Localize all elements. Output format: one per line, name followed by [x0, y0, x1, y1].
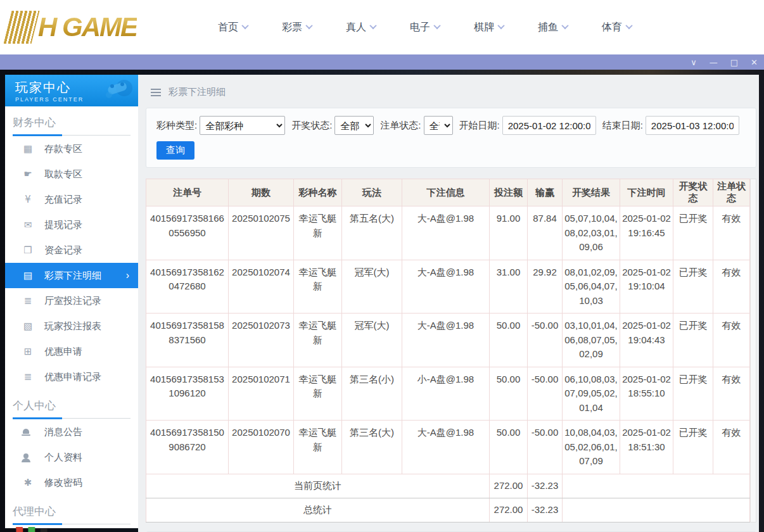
- nav-item-lottery[interactable]: 彩票: [282, 21, 312, 34]
- sidebar-item-promo-application[interactable]: ⊞优惠申请: [5, 339, 138, 364]
- cell-bet-amount: 50.00: [490, 314, 528, 367]
- cell-bet-info: 大-A盘@1.98: [402, 260, 490, 314]
- cell-period: 20250102073: [229, 314, 294, 367]
- sidebar-item-funds-records[interactable]: ❒资金记录: [5, 238, 138, 263]
- col-header-period: 期数: [229, 179, 294, 206]
- table-scrollbar[interactable]: [750, 179, 756, 522]
- sidebar-item-label: 优惠申请: [44, 346, 82, 358]
- col-header-bet-time: 下注时间: [620, 179, 673, 206]
- underline-rest: [62, 135, 131, 136]
- order-status-select[interactable]: 全部: [424, 116, 453, 135]
- main-nav: 首页彩票真人电子棋牌捕鱼体育: [218, 21, 632, 34]
- nav-item-board-games[interactable]: 棋牌: [474, 21, 504, 34]
- summary-empty: [563, 474, 750, 498]
- start-date-input[interactable]: [502, 116, 596, 135]
- taskbar-red-app-icon[interactable]: ■: [15, 525, 23, 532]
- promo-list-icon: ≣: [22, 371, 34, 383]
- cell-bet-amount: 91.00: [490, 206, 528, 260]
- cell-win-loss: -50.00: [528, 421, 563, 474]
- chevron-down-icon: [497, 22, 504, 28]
- col-header-win-loss: 输赢: [528, 179, 563, 206]
- cell-lottery-name: 幸运飞艇新: [294, 206, 342, 260]
- section-title-personal-center: 个人中心: [5, 390, 138, 413]
- minimize-icon[interactable]: —: [710, 58, 718, 66]
- cell-draw-result: 03,10,01,04,06,08,07,05,02,09: [563, 314, 620, 367]
- nav-item-sports[interactable]: 体育: [602, 21, 632, 34]
- hall-list-icon: ≣: [22, 295, 34, 307]
- collapse-chevron-icon[interactable]: ∨: [691, 58, 697, 66]
- cell-draw-result: 05,07,10,04,08,02,03,01,09,06: [563, 206, 620, 260]
- logo[interactable]: H GAME: [8, 11, 191, 44]
- sidebar-item-profile[interactable]: 个人资料: [5, 445, 138, 470]
- sidebar-item-withdraw-zone[interactable]: ☛取款专区: [5, 162, 138, 187]
- table-row: 40156917358150908672020250102070幸运飞艇新第三名…: [146, 421, 750, 474]
- taskbar-dark-app-icon[interactable]: ▬: [39, 525, 48, 532]
- sidebar-item-label: 厅室投注记录: [44, 295, 101, 307]
- summary-label: 总统计: [146, 498, 490, 522]
- end-date-input[interactable]: [646, 116, 739, 135]
- sidebar-item-player-bet-report[interactable]: ▧玩家投注报表: [5, 314, 138, 339]
- top-nav: H GAME 首页彩票真人电子棋牌捕鱼体育: [0, 0, 764, 54]
- current-page-summary-row: 当前页统计272.00-32.23: [146, 474, 750, 498]
- nav-item-live[interactable]: 真人: [346, 21, 376, 34]
- cell-bet-amount: 50.00: [490, 367, 528, 421]
- notice-bell-icon: [22, 428, 34, 436]
- cell-lottery-name: 幸运飞艇新: [294, 421, 342, 474]
- col-header-order-id: 注单号: [146, 179, 229, 206]
- sidebar-sections: 财务中心▦存款专区☛取款专区¥充值记录✉提现记录❒资金记录▤彩票下注明细›≣厅室…: [5, 106, 138, 525]
- sidebar-item-change-password[interactable]: ✱修改密码: [5, 470, 138, 495]
- draw-status-label: 开奖状态:: [291, 120, 332, 132]
- active-arrow-icon: ›: [126, 270, 129, 281]
- app-body: 玩家中心 PLAYERS CENTER 财务中心▦存款专区☛取款专区¥充值记录✉…: [0, 70, 764, 532]
- menu-hamburger-icon[interactable]: [151, 89, 161, 96]
- sidebar-item-deposit-zone[interactable]: ▦存款专区: [5, 136, 138, 162]
- sidebar-item-withdrawal-records[interactable]: ✉提现记录: [5, 212, 138, 238]
- search-button[interactable]: 查询: [156, 141, 194, 160]
- withdraw-hand-icon: ☛: [22, 168, 34, 180]
- sidebar-item-lottery-bet-details[interactable]: ▤彩票下注明细›: [5, 263, 138, 288]
- summary-label: 当前页统计: [146, 474, 490, 498]
- sidebar-item-hall-bet-records[interactable]: ≣厅室投注记录: [5, 288, 138, 314]
- cell-bet-time: 2025-01-02 19:04:43: [620, 314, 673, 367]
- taskbar-peek: ■■▬: [15, 525, 48, 532]
- underline-rest: [62, 524, 131, 524]
- grand-total-summary-row: 总统计272.00-32.23: [146, 498, 750, 522]
- cell-bet-time: 2025-01-02 19:10:04: [620, 260, 673, 314]
- end-date-label: 结束日期:: [602, 120, 643, 132]
- profile-user-icon: [22, 453, 34, 462]
- cell-period: 20250102070: [229, 421, 294, 474]
- section-title-agent-center: 代理中心: [5, 495, 138, 519]
- sidebar-item-label: 个人资料: [44, 452, 82, 464]
- chevron-down-icon: [305, 22, 312, 28]
- cell-period: 20250102071: [229, 367, 294, 421]
- sidebar-item-label: 修改密码: [44, 477, 82, 489]
- close-icon[interactable]: ✕: [751, 58, 758, 66]
- filter-row: 彩种类型:全部彩种开奖状态:全部注单状态:全部开始日期:结束日期:: [156, 116, 746, 135]
- cell-period: 20250102075: [229, 206, 294, 260]
- maximize-icon[interactable]: □: [730, 58, 738, 66]
- cell-play-type: 冠军(大): [342, 260, 402, 314]
- sidebar-item-promo-application-records[interactable]: ≣优惠申请记录: [5, 364, 138, 390]
- logo-text: H GAME: [38, 12, 137, 42]
- promo-gift-icon: ⊞: [22, 346, 34, 357]
- sidebar-item-recharge-records[interactable]: ¥充值记录: [5, 187, 138, 212]
- cell-bet-amount: 31.00: [490, 260, 528, 314]
- cell-order-status: 有效: [713, 260, 750, 314]
- sidebar-item-announcements[interactable]: 消息公告: [5, 419, 138, 445]
- start-date-label: 开始日期:: [459, 120, 500, 132]
- recharge-moneybag-icon: ¥: [22, 194, 34, 205]
- deposit-card-icon: ▦: [22, 143, 34, 155]
- cell-play-type: 第三名(大): [342, 421, 402, 474]
- taskbar-green-app-icon[interactable]: ■: [27, 525, 35, 532]
- nav-item-label: 棋牌: [474, 21, 494, 34]
- lottery-type-select[interactable]: 全部彩种: [200, 116, 285, 135]
- summary-bet-total: 272.00: [490, 498, 528, 522]
- nav-item-home[interactable]: 首页: [218, 21, 248, 34]
- cell-win-loss: -50.00: [528, 367, 563, 421]
- draw-status-select[interactable]: 全部: [334, 116, 374, 135]
- cell-win-loss: -50.00: [528, 314, 563, 367]
- summary-bet-total: 272.00: [490, 474, 528, 498]
- nav-item-slots[interactable]: 电子: [410, 21, 440, 34]
- nav-item-fishing[interactable]: 捕鱼: [538, 21, 568, 34]
- page-title: 彩票下注明细: [169, 86, 226, 98]
